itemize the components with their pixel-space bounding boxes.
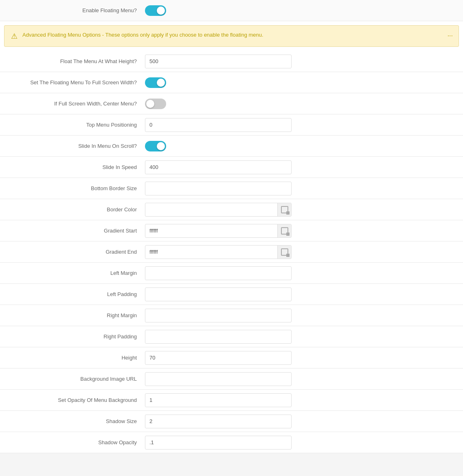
enable-floating-menu-row: Enable Floating Menu? [0,0,463,21]
right-padding-label: Right Padding [7,333,145,340]
float-height-label: Float The Menu At What Height? [7,58,145,64]
slide-in-menu-control [145,141,456,151]
shadow-size-control [145,415,456,428]
left-padding-control [145,287,456,301]
center-menu-label: If Full Screen Width, Center Menu? [7,101,145,107]
slide-in-menu-toggle[interactable] [145,141,166,151]
gradient-end-color-text[interactable] [145,246,277,257]
float-height-control [145,55,456,68]
gradient-start-color-wrap [145,224,292,238]
border-color-color-wrap [145,203,292,217]
height-control [145,351,456,365]
bottom-border-size-control [145,182,456,195]
shadow-size-label: Shadow Size [7,418,145,424]
alert-dots-button[interactable]: ... [448,31,453,38]
gradient-end-color-wrap [145,245,292,259]
top-menu-positioning-control [145,118,456,132]
alert-banner: ⚠ Advanced Floating Menu Options - These… [4,25,459,47]
right-margin-input[interactable] [145,309,292,322]
slide-in-speed-control [145,160,456,174]
left-padding-input[interactable] [145,287,292,301]
top-menu-positioning-input[interactable] [145,118,292,132]
top-menu-positioning-label: Top Menu Positioning [7,122,145,128]
height-row: Height [0,347,463,369]
border-color-color-text[interactable] [145,204,277,215]
float-height-row: Float The Menu At What Height? [0,51,463,72]
background-image-url-control [145,372,456,386]
gradient-end-control [145,245,456,259]
right-padding-input[interactable] [145,330,292,344]
gradient-start-row: Gradient Start [0,220,463,241]
top-menu-positioning-row: Top Menu Positioning [0,114,463,136]
height-label: Height [7,355,145,361]
slide-in-menu-label: Slide In Menu On Scroll? [7,143,145,149]
right-margin-label: Right Margin [7,312,145,318]
shadow-opacity-row: Shadow Opacity [0,432,463,453]
shadow-opacity-label: Shadow Opacity [7,439,145,445]
slide-in-speed-row: Slide In Speed [0,157,463,178]
settings-panel: Enable Floating Menu? ⚠ Advanced Floatin… [0,0,463,453]
gradient-start-label: Gradient Start [7,228,145,234]
gradient-end-color-picker-button[interactable] [277,246,291,259]
bottom-border-size-label: Bottom Border Size [7,185,145,191]
border-color-color-picker-button[interactable] [277,203,291,216]
shadow-size-input[interactable] [145,415,292,428]
enable-floating-menu-toggle[interactable] [145,5,166,16]
left-margin-row: Left Margin [0,263,463,284]
gradient-start-control [145,224,456,238]
shadow-opacity-control [145,436,456,450]
border-color-color-picker-icon [281,206,288,213]
full-screen-width-toggle[interactable] [145,77,166,88]
right-margin-row: Right Margin [0,305,463,326]
bottom-border-size-input[interactable] [145,182,292,195]
height-input[interactable] [145,351,292,365]
gradient-end-color-picker-icon [281,248,288,256]
opacity-row: Set Opacity Of Menu Background [0,390,463,411]
right-margin-control [145,309,456,322]
alert-text: Advanced Floating Menu Options - These o… [22,31,263,39]
full-screen-width-row: Set The Floating Menu To Full Screen Wid… [0,72,463,93]
center-menu-control [145,99,456,109]
shadow-size-row: Shadow Size [0,411,463,432]
full-screen-width-label: Set The Floating Menu To Full Screen Wid… [7,79,145,86]
right-padding-row: Right Padding [0,326,463,347]
border-color-row: Border Color [0,199,463,220]
toggle-knob [157,142,165,150]
background-image-url-row: Background Image URL [0,369,463,390]
gradient-start-color-picker-button[interactable] [277,224,291,237]
gradient-end-row: Gradient End [0,241,463,263]
left-margin-control [145,266,456,280]
toggle-knob [146,100,154,108]
gradient-start-color-picker-icon [281,227,288,235]
gradient-start-color-text[interactable] [145,225,277,236]
shadow-opacity-input[interactable] [145,436,292,450]
left-padding-label: Left Padding [7,291,145,297]
left-margin-input[interactable] [145,266,292,280]
background-image-url-label: Background Image URL [7,376,145,382]
settings-rows: Float The Menu At What Height?Set The Fl… [0,51,463,453]
full-screen-width-control [145,77,456,88]
enable-floating-menu-control [145,5,456,16]
slide-in-speed-input[interactable] [145,160,292,174]
center-menu-toggle[interactable] [145,99,166,109]
toggle-knob [157,7,165,15]
opacity-control [145,393,456,407]
toggle-knob [157,79,165,87]
border-color-control [145,203,456,217]
right-padding-control [145,330,456,344]
center-menu-row: If Full Screen Width, Center Menu? [0,93,463,114]
border-color-label: Border Color [7,206,145,213]
float-height-input[interactable] [145,55,292,68]
opacity-label: Set Opacity Of Menu Background [7,397,145,403]
slide-in-speed-label: Slide In Speed [7,164,145,170]
left-margin-label: Left Margin [7,270,145,276]
enable-floating-menu-label: Enable Floating Menu? [7,7,145,13]
slide-in-menu-row: Slide In Menu On Scroll? [0,136,463,157]
opacity-input[interactable] [145,393,292,407]
left-padding-row: Left Padding [0,284,463,305]
gradient-end-label: Gradient End [7,249,145,255]
bottom-border-size-row: Bottom Border Size [0,178,463,199]
warning-icon: ⚠ [11,32,18,41]
background-image-url-input[interactable] [145,372,292,386]
